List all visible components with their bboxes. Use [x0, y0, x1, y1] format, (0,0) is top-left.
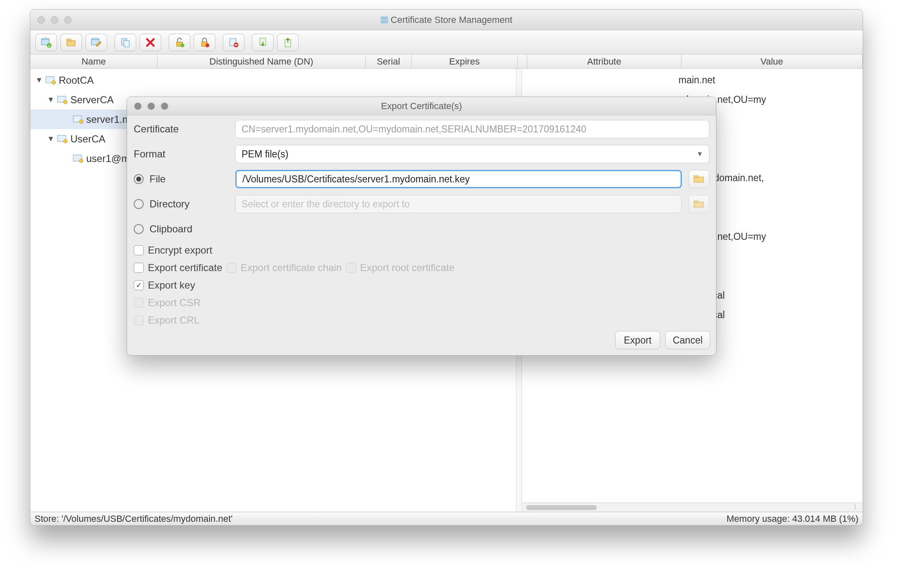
dialog-title: Export Certificate(s) — [127, 101, 716, 112]
export-crl-check — [134, 315, 144, 325]
tree-label: UserCA — [70, 133, 105, 145]
export-cert-label: Export certificate — [148, 262, 222, 274]
folder-icon — [693, 200, 704, 208]
file-label: File — [150, 173, 166, 185]
copy-button[interactable] — [115, 34, 136, 51]
cert-revoke-button[interactable] — [223, 34, 244, 51]
db-edit-button[interactable] — [85, 34, 107, 51]
import-button[interactable] — [252, 34, 274, 51]
encrypt-check[interactable] — [134, 245, 144, 255]
certificate-icon — [73, 154, 84, 163]
certificate-icon — [45, 76, 56, 85]
certificate-icon — [73, 115, 84, 124]
format-label: Format — [134, 148, 229, 160]
chevron-down-icon[interactable]: ▼ — [47, 135, 55, 143]
clipboard-label: Clipboard — [150, 223, 192, 235]
svg-rect-32 — [694, 201, 698, 202]
chevron-down-icon[interactable]: ▼ — [35, 76, 43, 85]
lock-open-button[interactable] — [169, 34, 190, 51]
file-input[interactable]: /Volumes/USB/Certificates/server1.mydoma… — [235, 170, 682, 188]
svg-point-11 — [180, 43, 184, 47]
col-serial[interactable]: Serial — [366, 55, 412, 68]
export-action-button[interactable]: Export — [615, 331, 660, 349]
file-radio[interactable] — [134, 174, 144, 184]
export-root-check — [346, 263, 356, 273]
col-value[interactable]: Value — [681, 55, 863, 68]
export-cert-check[interactable] — [134, 263, 144, 273]
export-crl-label: Export CRL — [148, 314, 200, 326]
attr-value: main.net — [676, 75, 863, 86]
lock-closed-button[interactable] — [194, 34, 215, 51]
main-titlebar: Certificate Store Management — [30, 10, 863, 30]
tree-label: user1@m — [86, 153, 130, 164]
svg-point-28 — [80, 159, 83, 162]
column-headers: Name Distinguished Name (DN) Serial Expi… — [30, 55, 863, 69]
certificate-label: Certificate — [134, 123, 229, 135]
svg-point-24 — [80, 120, 83, 123]
svg-point-20 — [52, 80, 56, 84]
chevron-down-icon: ▼ — [696, 150, 703, 158]
col-name[interactable]: Name — [30, 55, 157, 68]
status-text: Store: '/Volumes/USB/Certificates/mydoma… — [35, 513, 232, 524]
tree-label: server1.m — [86, 114, 131, 125]
svg-text:+: + — [48, 43, 50, 48]
export-key-check[interactable] — [134, 280, 144, 290]
window-title: Certificate Store Management — [391, 15, 512, 25]
tree-row-rootca[interactable]: ▼ RootCA — [30, 70, 516, 90]
chevron-down-icon[interactable]: ▼ — [47, 95, 55, 104]
col-expires[interactable]: Expires — [412, 55, 518, 68]
database-icon — [381, 16, 388, 24]
svg-rect-9 — [124, 40, 130, 47]
status-bar: Store: '/Volumes/USB/Certificates/mydoma… — [30, 512, 863, 525]
export-button[interactable] — [277, 34, 299, 51]
clipboard-radio[interactable] — [134, 224, 144, 234]
certificate-field: CN=server1.mydomain.net,OU=mydomain.net,… — [235, 120, 709, 138]
certificate-icon — [57, 135, 68, 144]
export-chain-label: Export certificate chain — [241, 262, 342, 274]
export-csr-check — [134, 298, 144, 308]
db-open-button[interactable] — [60, 34, 82, 51]
svg-point-13 — [205, 43, 209, 47]
browse-file-button[interactable] — [688, 170, 709, 188]
dialog-titlebar: Export Certificate(s) — [127, 97, 716, 115]
folder-icon — [693, 175, 704, 183]
svg-rect-31 — [694, 202, 703, 207]
encrypt-label: Encrypt export — [148, 244, 212, 256]
format-select[interactable]: PEM file(s) ▼ — [235, 145, 709, 163]
toolbar: + — [30, 30, 863, 55]
export-key-label: Export key — [148, 279, 195, 291]
cancel-button[interactable]: Cancel — [665, 331, 710, 349]
export-csr-label: Export CSR — [148, 297, 201, 309]
svg-rect-30 — [694, 176, 698, 177]
export-root-label: Export root certificate — [360, 262, 455, 274]
col-dn[interactable]: Distinguished Name (DN) — [157, 55, 366, 68]
svg-point-22 — [64, 100, 67, 104]
directory-input: Select or enter the directory to export … — [235, 195, 682, 213]
col-attribute[interactable]: Attribute — [527, 55, 681, 68]
tree-label: RootCA — [59, 75, 94, 86]
svg-rect-4 — [67, 40, 75, 46]
directory-label: Directory — [150, 198, 190, 210]
h-scrollbar[interactable]: 〉 — [522, 503, 863, 512]
directory-radio[interactable] — [134, 199, 144, 209]
certificate-icon — [57, 95, 68, 105]
export-chain-check — [227, 263, 237, 273]
attr-row[interactable]: main.net — [522, 70, 863, 90]
svg-rect-5 — [67, 39, 71, 41]
svg-rect-29 — [694, 177, 703, 182]
memory-text: Memory usage: 43.014 MB (1%) — [726, 513, 858, 524]
tree-label: ServerCA — [70, 94, 114, 106]
delete-button[interactable] — [140, 34, 161, 51]
export-dialog: Export Certificate(s) Certificate CN=ser… — [127, 97, 716, 356]
browse-dir-button — [688, 195, 709, 213]
svg-point-26 — [64, 139, 67, 143]
db-add-button[interactable]: + — [35, 34, 57, 51]
svg-rect-16 — [234, 44, 237, 45]
